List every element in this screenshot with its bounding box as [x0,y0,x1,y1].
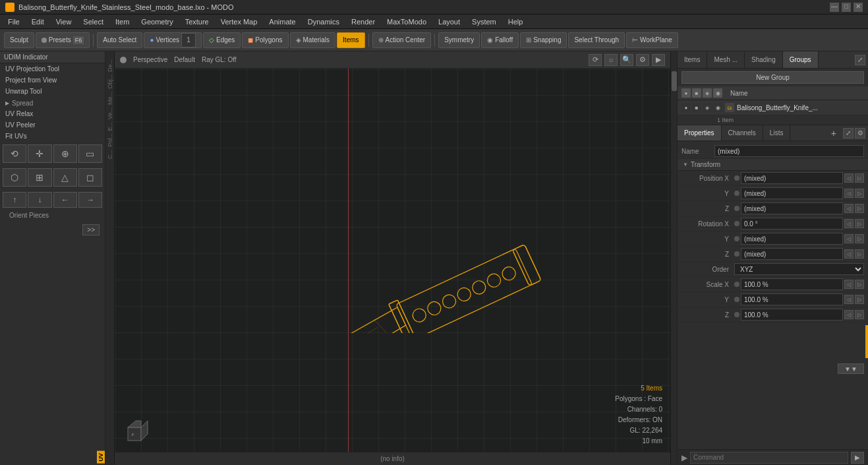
pos-x-right-btn[interactable]: ▷ [855,173,864,183]
tool-btn-select[interactable]: ▭ [78,144,102,163]
udim-indicator-header[interactable]: UDIM Indicator [0,51,105,63]
menu-render[interactable]: Render [346,16,380,27]
action-center-button[interactable]: ⊕ Action Center [372,32,432,48]
edges-button[interactable]: ◇ Edges [203,32,241,48]
group-ren-icon[interactable]: ◉ [713,103,722,112]
group-item-knife[interactable]: ● ■ ◈ ◉ 🗂 Balisong_Butterfly_Knife_... [678,100,868,115]
rotation-y-input[interactable] [741,233,843,245]
uv-peeler[interactable]: UV Peeler [0,119,105,131]
menu-maxtomodo[interactable]: MaxToModo [382,16,432,27]
scale-y-left-btn[interactable]: ◁ [844,295,854,304]
scroll-thumb[interactable] [672,71,677,91]
tab-mesh[interactable]: Mesh ... [707,51,745,68]
menu-vertexmap[interactable]: Vertex Map [216,16,263,27]
uv-projection-tool[interactable]: UV Projection Tool [0,63,105,75]
polygons-button[interactable]: ◼ Polygons [242,32,288,48]
position-z-input[interactable] [741,202,843,214]
menu-geometry[interactable]: Geometry [136,16,178,27]
menu-system[interactable]: System [467,16,502,27]
tool-btn-rotate[interactable]: ⟲ [3,144,26,163]
arrow-right[interactable]: → [78,192,102,208]
fit-uvs[interactable]: Fit UVs [0,131,105,142]
sculpt-button[interactable]: Sculpt [4,32,34,48]
viewport-3d[interactable]: 5 Items Polygons : Face Channels: 0 Defo… [115,69,670,452]
position-x-input[interactable] [741,172,843,184]
menu-help[interactable]: Help [503,16,529,27]
props-expand-btn[interactable]: ⤢ [843,128,854,139]
titlebar-controls[interactable]: — □ ✕ [830,3,863,12]
col-icon-ren[interactable]: ◉ [713,88,722,98]
tab-shading[interactable]: Shading [745,51,783,68]
group-eye-icon[interactable]: ● [681,103,691,112]
items-button[interactable]: Items [337,32,364,48]
falloff-button[interactable]: ◉ Falloff [481,32,519,48]
menu-item[interactable]: Item [110,16,134,27]
project-from-view[interactable]: Project from View [0,75,105,86]
pos-z-right-btn[interactable]: ▷ [855,204,864,213]
viewport-ctrl-expand[interactable]: ▶ [652,54,665,66]
tool-btn-hex[interactable]: ⬡ [3,168,26,187]
arrow-down[interactable]: ↓ [28,192,51,208]
properties-expand-btn[interactable]: ▼▼ [838,363,864,374]
command-input[interactable] [690,452,848,464]
scale-x-left-btn[interactable]: ◁ [844,280,854,289]
rotation-x-input[interactable] [741,218,843,230]
tab-groups[interactable]: Groups [783,51,819,68]
unwrap-tool[interactable]: Unwrap Tool [0,86,105,97]
props-settings-btn[interactable]: ⚙ [855,128,865,139]
viewport-ctrl-orbit[interactable]: ⟳ [589,54,602,66]
menu-select[interactable]: Select [78,16,109,27]
expand-button[interactable]: >> [82,224,100,235]
tab-properties[interactable]: Properties [678,125,722,140]
menu-texture[interactable]: Texture [180,16,214,27]
default-label[interactable]: Default [174,56,195,63]
col-icon-eye[interactable]: ● [681,88,691,98]
order-select[interactable]: XYZ [734,263,864,275]
rot-z-left-btn[interactable]: ◁ [844,249,854,259]
group-lock-icon[interactable]: ■ [692,103,701,112]
workplane-button[interactable]: ⊢ WorkPlane [626,32,678,48]
pos-y-left-btn[interactable]: ◁ [844,189,854,198]
materials-button[interactable]: ◈ Materials [290,32,336,48]
raygl-label[interactable]: Ray GL: Off [202,56,237,63]
arrow-up[interactable]: ↑ [3,192,26,208]
tool-btn-grid[interactable]: ⊞ [28,168,51,187]
scale-y-input[interactable] [741,294,843,305]
maximize-button[interactable]: □ [842,3,851,12]
menu-file[interactable]: File [3,16,25,27]
tool-btn-scale[interactable]: ⊕ [53,144,77,163]
tool-btn-tri[interactable]: △ [53,168,77,187]
scale-x-right-btn[interactable]: ▷ [855,280,864,289]
menu-layout[interactable]: Layout [433,16,465,27]
rot-y-right-btn[interactable]: ▷ [855,234,864,243]
pos-y-right-btn[interactable]: ▷ [855,189,864,198]
scale-z-left-btn[interactable]: ◁ [844,310,854,319]
command-run-button[interactable]: ▶ [851,452,864,464]
menu-animate[interactable]: Animate [264,16,301,27]
arrow-left[interactable]: ← [53,192,77,208]
viewport-ctrl-circle[interactable]: ○ [604,54,618,66]
rot-x-right-btn[interactable]: ▷ [855,219,864,228]
group-vis-icon[interactable]: ◈ [703,103,712,112]
col-icon-lock[interactable]: ■ [692,88,701,98]
menu-view[interactable]: View [51,16,77,27]
rot-y-left-btn[interactable]: ◁ [844,234,854,243]
menu-edit[interactable]: Edit [26,16,49,27]
rotation-z-input[interactable] [741,248,843,260]
presets-button[interactable]: Presets F6 [36,32,90,48]
viewport-ctrl-settings[interactable]: ⚙ [636,54,649,66]
close-button[interactable]: ✕ [854,3,863,12]
rot-x-left-btn[interactable]: ◁ [844,219,854,228]
perspective-label[interactable]: Perspective [133,56,167,63]
uv-relax[interactable]: UV Relax [0,108,105,119]
scale-x-input[interactable] [741,278,843,290]
tool-btn-box[interactable]: ◻ [78,168,102,187]
tab-expand-btn[interactable]: ⤢ [855,55,865,65]
auto-select-button[interactable]: Auto Select [97,32,142,48]
pos-x-left-btn[interactable]: ◁ [844,173,854,183]
rot-z-right-btn[interactable]: ▷ [855,249,864,259]
scale-z-right-btn[interactable]: ▷ [855,310,864,319]
snapping-button[interactable]: ⊞ Snapping [520,32,567,48]
col-icon-vis[interactable]: ◈ [703,88,712,98]
menu-dynamics[interactable]: Dynamics [303,16,345,27]
